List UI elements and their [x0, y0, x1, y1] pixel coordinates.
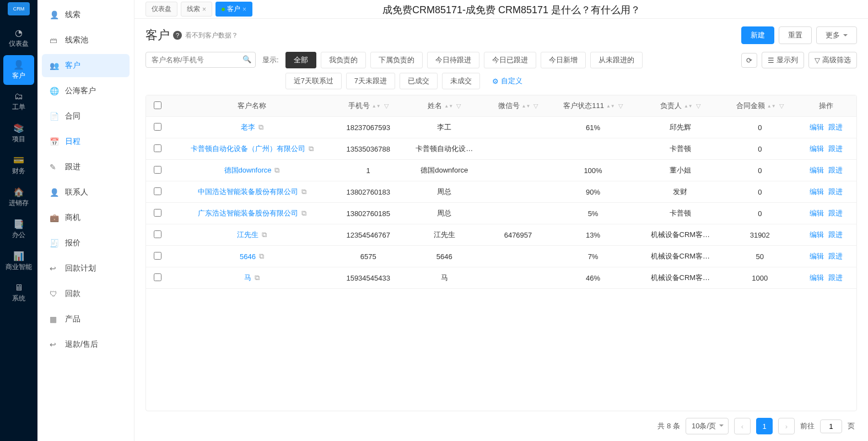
secondary-nav-item-9[interactable]: 🧾报价 [42, 232, 130, 255]
copy-icon[interactable]: ⧉ [259, 252, 264, 261]
follow-link[interactable]: 跟进 [828, 252, 843, 260]
col-filter-icon[interactable]: ▽ [533, 103, 538, 109]
edit-link[interactable]: 编辑 [810, 230, 824, 239]
sort-icon[interactable]: ▲▼ [684, 104, 693, 108]
page-1-button[interactable]: 1 [756, 418, 773, 434]
copy-icon[interactable]: ⧉ [255, 273, 260, 282]
col-filter-icon[interactable]: ▽ [384, 103, 389, 109]
primary-nav-item-5[interactable]: 🏠进销存 [3, 182, 34, 212]
page-size-select[interactable]: 10条/页 [686, 418, 729, 434]
edit-link[interactable]: 编辑 [810, 209, 824, 217]
secondary-nav-item-2[interactable]: 👥客户 [42, 54, 130, 77]
sort-icon[interactable]: ▲▼ [767, 104, 776, 108]
primary-nav-item-4[interactable]: 💳财务 [3, 150, 34, 180]
primary-nav-item-8[interactable]: 🖥系统 [3, 278, 34, 308]
col-filter-icon[interactable]: ▽ [696, 103, 700, 109]
col-header-2[interactable]: 姓名▲▼▽ [402, 95, 487, 117]
secondary-nav-item-11[interactable]: 🛡回款 [42, 282, 130, 305]
tab-2[interactable]: 客户× [215, 2, 252, 17]
edit-link[interactable]: 编辑 [810, 144, 824, 153]
sort-icon[interactable]: ▲▼ [522, 104, 531, 108]
col-filter-icon[interactable]: ▽ [618, 103, 623, 109]
primary-nav-item-1[interactable]: 👤客户 [3, 55, 34, 85]
prev-page-button[interactable]: ‹ [734, 418, 751, 434]
sort-icon[interactable]: ▲▼ [372, 104, 381, 108]
filter-chip-6[interactable]: 从未跟进的 [590, 52, 643, 68]
customer-name-link[interactable]: 中国浩达智能装备股份有限公司 [198, 187, 298, 197]
sort-icon[interactable]: ▲▼ [606, 104, 615, 108]
secondary-nav-item-1[interactable]: 🗃线索池 [42, 29, 130, 52]
tab-close-icon[interactable]: × [242, 6, 246, 13]
filter-chip-2[interactable]: 下属负责的 [370, 52, 423, 68]
follow-link[interactable]: 跟进 [828, 166, 843, 174]
secondary-nav-item-6[interactable]: ✎跟进 [42, 155, 130, 179]
filter-chip-custom[interactable]: ⚙自定义 [484, 73, 530, 89]
primary-nav-item-6[interactable]: 📑办公 [3, 214, 34, 244]
col-header-7[interactable]: 操作 [796, 95, 856, 117]
sort-icon[interactable]: ▲▼ [444, 104, 453, 108]
reset-button[interactable]: 重置 [779, 26, 812, 44]
help-icon[interactable]: ? [173, 31, 182, 40]
copy-icon[interactable]: ⧉ [258, 123, 263, 132]
row-checkbox[interactable] [154, 252, 161, 260]
table-wrap[interactable]: 客户名称手机号▲▼▽姓名▲▼▽微信号▲▼▽客户状态111▲▼▽负责人▲▼▽合同金… [145, 95, 857, 411]
filter-chip-5[interactable]: 今日新增 [541, 52, 586, 68]
row-checkbox[interactable] [154, 187, 161, 195]
edit-link[interactable]: 编辑 [810, 187, 824, 196]
secondary-nav-item-5[interactable]: 📅日程 [42, 130, 130, 153]
search-input[interactable] [145, 52, 256, 68]
more-button[interactable]: 更多 [816, 26, 857, 44]
filter-chip-8[interactable]: 7天未跟进 [346, 73, 395, 89]
row-checkbox[interactable] [154, 166, 161, 174]
tab-0[interactable]: 仪表盘 [145, 2, 177, 17]
filter-chip-10[interactable]: 未成交 [442, 73, 480, 89]
primary-nav-item-3[interactable]: 📚项目 [3, 119, 34, 148]
customer-name-link[interactable]: 广东浩达智能装备股份有限公司 [198, 208, 298, 218]
follow-link[interactable]: 跟进 [828, 123, 843, 131]
follow-link[interactable]: 跟进 [828, 187, 843, 196]
tab-1[interactable]: 线索× [181, 2, 212, 17]
filter-chip-9[interactable]: 已成交 [400, 73, 438, 89]
copy-icon[interactable]: ⧉ [262, 230, 267, 239]
edit-link[interactable]: 编辑 [810, 273, 824, 282]
edit-link[interactable]: 编辑 [810, 166, 824, 174]
tab-close-icon[interactable]: × [202, 6, 206, 13]
filter-chip-0[interactable]: 全部 [285, 52, 316, 68]
copy-icon[interactable]: ⧉ [274, 166, 279, 175]
secondary-nav-item-4[interactable]: 📄合同 [42, 105, 130, 128]
edit-link[interactable]: 编辑 [810, 123, 824, 131]
customer-name-link[interactable]: 马 [244, 273, 251, 283]
primary-nav-item-0[interactable]: ◔仪表盘 [3, 23, 34, 53]
secondary-nav-item-13[interactable]: ↩退款/售后 [42, 333, 130, 356]
col-header-0[interactable]: 客户名称 [169, 95, 335, 117]
secondary-nav-item-3[interactable]: 🌐公海客户 [42, 79, 130, 103]
customer-name-link[interactable]: 老李 [241, 122, 255, 132]
primary-nav-item-2[interactable]: 🗂工单 [3, 87, 34, 116]
col-filter-icon[interactable]: ▽ [456, 103, 461, 109]
row-checkbox[interactable] [154, 230, 161, 238]
edit-link[interactable]: 编辑 [810, 252, 824, 260]
copy-icon[interactable]: ⧉ [309, 144, 314, 153]
show-columns-button[interactable]: ☰显示列 [762, 52, 804, 68]
row-checkbox[interactable] [154, 209, 161, 217]
filter-chip-3[interactable]: 今日待跟进 [427, 52, 479, 68]
filter-chip-1[interactable]: 我负责的 [321, 52, 366, 68]
create-button[interactable]: 新建 [741, 26, 774, 44]
col-header-5[interactable]: 负责人▲▼▽ [637, 95, 724, 117]
secondary-nav-item-12[interactable]: ▦产品 [42, 308, 130, 331]
col-header-1[interactable]: 手机号▲▼▽ [335, 95, 402, 117]
col-header-4[interactable]: 客户状态111▲▼▽ [549, 95, 637, 117]
row-checkbox[interactable] [154, 123, 161, 131]
follow-link[interactable]: 跟进 [828, 144, 843, 153]
next-page-button[interactable]: › [778, 418, 795, 434]
secondary-nav-item-0[interactable]: 👤线索 [42, 3, 130, 26]
secondary-nav-item-10[interactable]: ↩回款计划 [42, 257, 130, 280]
follow-link[interactable]: 跟进 [828, 230, 843, 239]
row-checkbox[interactable] [154, 144, 161, 152]
col-header-3[interactable]: 微信号▲▼▽ [487, 95, 549, 117]
row-checkbox[interactable] [154, 273, 161, 281]
search-icon[interactable]: 🔍 [242, 55, 251, 63]
advanced-filter-button[interactable]: ▽高级筛选 [808, 52, 857, 68]
filter-chip-4[interactable]: 今日已跟进 [484, 52, 536, 68]
filter-chip-7[interactable]: 近7天联系过 [285, 73, 342, 89]
